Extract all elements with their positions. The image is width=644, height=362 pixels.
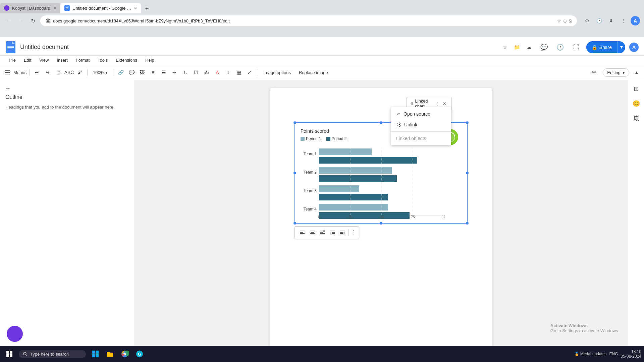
tab-gdoc[interactable]: Untitled document - Google D... × <box>60 3 141 13</box>
menu-edit[interactable]: Edit <box>20 56 35 64</box>
linked-chart-menu-button[interactable]: ⋮ <box>434 100 440 108</box>
taskbar-windows-icon[interactable] <box>89 347 102 361</box>
forward-button[interactable]: → <box>16 16 25 25</box>
handle-bottom-right[interactable] <box>466 222 469 225</box>
comments-button[interactable]: 💬 <box>538 41 550 53</box>
paint-button[interactable]: 🖌 <box>75 68 85 77</box>
handle-bottom-mid[interactable] <box>380 222 382 225</box>
float-align-center-button[interactable] <box>308 228 317 237</box>
downloads-button[interactable]: ⬇ <box>606 16 616 25</box>
start-button[interactable] <box>3 347 16 361</box>
more-button[interactable]: ⋮ <box>619 16 628 25</box>
handle-mid-right[interactable] <box>466 172 469 174</box>
bar-t3-p2 <box>319 194 388 200</box>
user-avatar[interactable]: A <box>629 43 639 52</box>
emoji-panel-button[interactable]: 😊 <box>630 98 642 110</box>
svg-rect-35 <box>310 233 315 234</box>
float-align-left-button[interactable] <box>298 228 307 237</box>
sidebar-back-button[interactable]: ← <box>5 85 128 92</box>
zoom-dropdown-icon: ▾ <box>105 70 108 75</box>
screen-button[interactable]: ⛶ <box>570 41 582 53</box>
taskbar-time: 18:10 05-08-2024 <box>621 349 641 359</box>
profile-switch-icon[interactable]: ⊕ <box>563 18 567 23</box>
address-bar[interactable]: docs.google.com/document/d/184XLv86JWqmH… <box>40 15 577 26</box>
bookmark-icon[interactable]: ☆ <box>557 18 561 23</box>
kopyst-circle-button[interactable] <box>7 326 23 342</box>
color-button[interactable]: A <box>213 68 222 77</box>
back-button[interactable]: ← <box>4 16 13 25</box>
doc-content: ← Outline Headings that you add to the d… <box>0 80 644 353</box>
menu-tools[interactable]: Tools <box>94 56 111 64</box>
resize-button[interactable]: ⤢ <box>245 68 254 77</box>
menu-view[interactable]: View <box>36 56 52 64</box>
list-button[interactable]: ☰ <box>159 68 168 77</box>
tab-gdoc-close[interactable]: × <box>134 5 137 11</box>
editing-badge[interactable]: Editing ▾ <box>603 68 629 77</box>
taskbar-app4-icon[interactable]: G <box>133 347 146 361</box>
share-dropdown-button[interactable]: ▾ <box>617 41 625 53</box>
menu-extensions[interactable]: Extensions <box>112 56 141 64</box>
profile-icon[interactable]: A <box>631 16 640 25</box>
bar-t1-p2 <box>319 157 417 164</box>
print-button[interactable]: 🖨 <box>54 68 63 77</box>
menu-format[interactable]: Format <box>72 56 93 64</box>
suggestions-button[interactable]: ✏ <box>588 66 600 78</box>
columns-button[interactable]: ▦ <box>234 68 244 77</box>
number-list-button[interactable]: 1. <box>180 68 190 77</box>
tab-kopyst[interactable]: Kopyst | Dashboard × <box>0 3 60 13</box>
comment-button[interactable]: 💬 <box>127 68 136 77</box>
taskbar-files-icon[interactable] <box>103 347 117 361</box>
spellcheck-button[interactable]: ABC <box>64 68 74 77</box>
float-break-right-button[interactable] <box>338 228 347 237</box>
float-break-left-button[interactable] <box>328 228 337 237</box>
doc-title[interactable]: Untitled document <box>20 44 496 51</box>
indent-button[interactable]: ⇥ <box>170 68 179 77</box>
redo-button[interactable]: ↪ <box>43 68 52 77</box>
svg-text:75: 75 <box>411 215 415 219</box>
format-button[interactable]: ⁂ <box>202 68 211 77</box>
float-wrap-button[interactable] <box>318 228 327 237</box>
zoom-select[interactable]: 100% ▾ <box>90 69 110 76</box>
svg-rect-39 <box>320 232 323 233</box>
share-button[interactable]: 🔒 Share <box>586 43 617 52</box>
taskbar-chrome-icon[interactable] <box>118 347 131 361</box>
new-tab-button[interactable]: + <box>142 4 152 13</box>
star-button[interactable]: ☆ <box>500 43 510 52</box>
menu-insert[interactable]: Insert <box>53 56 71 64</box>
cast-icon[interactable]: ⎘ <box>569 18 572 23</box>
extensions-button[interactable]: ⚙ <box>582 16 592 25</box>
move-button[interactable]: 📁 <box>513 43 522 52</box>
expand-panel-button[interactable]: ⊞ <box>630 83 642 95</box>
linked-chart-close-button[interactable]: ✕ <box>442 100 448 108</box>
reload-button[interactable]: ↻ <box>28 16 38 25</box>
handle-top-left[interactable] <box>293 121 296 124</box>
cloud-button[interactable]: ☁ <box>525 43 534 52</box>
bar-t3-p1 <box>319 185 359 192</box>
replace-image-button[interactable]: Replace image <box>296 69 331 76</box>
handle-bottom-left[interactable] <box>293 222 296 225</box>
checklist-button[interactable]: ☑ <box>191 68 201 77</box>
handle-mid-left[interactable] <box>293 172 296 174</box>
menus-button[interactable] <box>3 68 12 77</box>
link-button[interactable]: 🔗 <box>116 68 125 77</box>
svg-rect-50 <box>340 235 345 235</box>
image-panel-button[interactable]: 🖼 <box>630 112 642 124</box>
undo-button[interactable]: ↩ <box>32 68 42 77</box>
handle-top-right[interactable] <box>466 121 469 124</box>
tab-kopyst-close[interactable]: × <box>54 5 56 11</box>
line-spacing-button[interactable]: ↕ <box>223 68 233 77</box>
align-button[interactable]: ≡ <box>148 68 158 77</box>
handle-top-mid[interactable] <box>380 121 382 124</box>
history-button[interactable]: 🕐 <box>594 16 604 25</box>
float-more-button[interactable]: ⋮ <box>350 229 356 236</box>
open-source-item[interactable]: ↗ Open source <box>391 109 451 119</box>
history-button[interactable]: 🕐 <box>554 41 566 53</box>
image-button[interactable]: 🖼 <box>138 68 147 77</box>
taskbar-notification[interactable]: 🏅 Medal updates <box>574 352 607 356</box>
unlink-item[interactable]: ⛓ Unlink <box>391 119 451 130</box>
taskbar-search[interactable]: Type here to search <box>19 350 86 358</box>
image-options-button[interactable]: Image options <box>260 69 294 76</box>
collapse-button[interactable]: ▲ <box>632 68 641 77</box>
menu-file[interactable]: File <box>5 56 19 64</box>
menu-help[interactable]: Help <box>142 56 158 64</box>
